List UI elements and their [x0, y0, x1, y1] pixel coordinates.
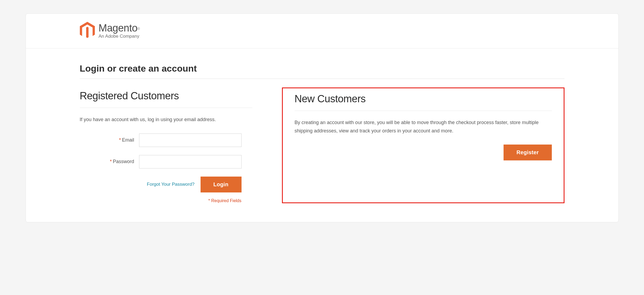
registered-mark: ® [137, 27, 140, 31]
password-field[interactable] [139, 155, 242, 168]
register-section-title: New Customers [295, 93, 552, 111]
required-fields-note: * Required Fields [80, 198, 242, 203]
email-label-text: Email [122, 137, 134, 143]
brand-tagline: An Adobe Company [99, 34, 140, 39]
magento-icon [80, 22, 95, 40]
required-asterisk: * [110, 159, 112, 164]
password-row: *Password [80, 155, 252, 168]
login-button[interactable]: Login [201, 177, 242, 192]
password-label-text: Password [113, 159, 134, 164]
login-section-title: Registered Customers [80, 90, 252, 108]
content: Login or create an account Registered Cu… [26, 48, 618, 222]
password-label: *Password [80, 159, 139, 164]
brand-logo: Magento® An Adobe Company [80, 22, 564, 40]
email-field[interactable] [139, 134, 242, 147]
page-title: Login or create an account [80, 63, 564, 79]
login-description: If you have an account with us, log in u… [80, 115, 252, 124]
login-card: Magento® An Adobe Company Login or creat… [26, 13, 619, 222]
register-button[interactable]: Register [504, 145, 552, 160]
brand-text: Magento® An Adobe Company [99, 23, 140, 39]
new-customers-section: New Customers By creating an account wit… [282, 87, 564, 203]
registered-customers-section: Registered Customers If you have an acco… [80, 90, 252, 203]
brand-name: Magento [99, 22, 137, 34]
register-description: By creating an account with our store, y… [295, 118, 552, 135]
forgot-password-link[interactable]: Forgot Your Password? [147, 182, 195, 187]
required-asterisk: * [119, 137, 121, 143]
email-row: *Email [80, 134, 252, 147]
register-actions: Register [295, 145, 552, 160]
header: Magento® An Adobe Company [26, 14, 618, 48]
columns: Registered Customers If you have an acco… [80, 90, 564, 203]
email-label: *Email [80, 137, 139, 143]
login-actions: Forgot Your Password? Login [80, 177, 242, 192]
